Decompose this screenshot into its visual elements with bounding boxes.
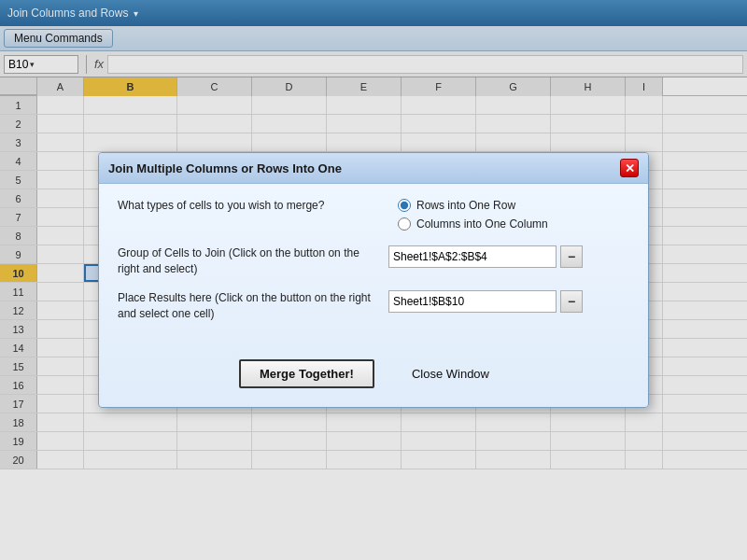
- rows-option-label: Rows into One Row: [416, 199, 515, 212]
- columns-option[interactable]: Columns into One Column: [398, 217, 548, 231]
- result-cell-input[interactable]: [388, 290, 557, 313]
- group-cells-row: Group of Cells to Join (Click on the but…: [118, 245, 629, 277]
- merge-together-button[interactable]: Merge Together!: [239, 359, 374, 388]
- close-window-button[interactable]: Close Window: [393, 361, 508, 386]
- group-cells-label: Group of Cells to Join (Click on the but…: [118, 245, 379, 277]
- group-cells-input[interactable]: [388, 245, 557, 268]
- result-cell-input-container: −: [388, 290, 583, 313]
- dialog-title: Join Multiple Columns or Rows Into One: [108, 161, 342, 175]
- modal-overlay: Join Multiple Columns or Rows Into One ✕…: [0, 0, 747, 560]
- dialog-body: What types of cells to you wish to merge…: [99, 184, 648, 349]
- result-cell-label: Place Results here (Click on the button …: [118, 290, 379, 322]
- dialog-footer: Merge Together! Close Window: [99, 350, 648, 407]
- columns-radio[interactable]: [398, 217, 411, 231]
- merge-options: Rows into One Row Columns into One Colum…: [398, 199, 548, 231]
- dialog-titlebar: Join Multiple Columns or Rows Into One ✕: [99, 153, 648, 184]
- group-cells-select-button[interactable]: −: [560, 245, 583, 268]
- merge-type-section: What types of cells to you wish to merge…: [118, 199, 629, 231]
- rows-radio[interactable]: [398, 199, 411, 212]
- merge-question-label: What types of cells to you wish to merge…: [118, 199, 379, 212]
- columns-option-label: Columns into One Column: [416, 217, 548, 231]
- result-cell-row: Place Results here (Click on the button …: [118, 290, 629, 322]
- dialog: Join Multiple Columns or Rows Into One ✕…: [98, 152, 649, 407]
- group-cells-input-container: −: [388, 245, 583, 268]
- rows-option[interactable]: Rows into One Row: [398, 199, 548, 212]
- dialog-close-button[interactable]: ✕: [620, 159, 639, 177]
- result-cell-select-button[interactable]: −: [560, 290, 583, 313]
